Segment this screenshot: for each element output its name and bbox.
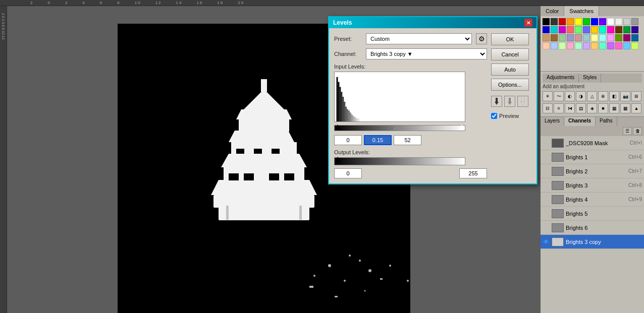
channels-delete-btn[interactable]: 🗑 [633,127,642,135]
swatch-cyan[interactable] [551,26,558,33]
channel-row-brights2[interactable]: Brights 2 Ctrl+7 [541,164,644,178]
channel-row-brights4[interactable]: Brights 4 Ctrl+9 [541,193,644,207]
gear-button[interactable]: ⚙ [476,33,487,44]
swatch-dark-blue[interactable] [543,26,550,33]
swatch-sage[interactable] [559,34,566,41]
swatch-light-green[interactable] [575,26,582,33]
swatch-seafoam[interactable] [575,42,582,49]
swatch-light-red[interactable] [567,26,574,33]
swatch-hot-pink[interactable] [615,42,622,49]
paths-tab[interactable]: Paths [596,117,617,126]
black-level-input[interactable] [334,135,362,145]
swatch-white[interactable] [607,18,614,25]
swatch-yellow[interactable] [575,18,582,25]
output-slider-track[interactable] [334,157,465,165]
swatch-pink[interactable] [607,26,614,33]
vibrance-adj-icon[interactable]: ◑ [576,91,586,101]
swatch-lavender[interactable] [607,34,614,41]
swatch-plum[interactable] [623,34,630,41]
channel-row-dsc9208[interactable]: _DSC9208 Mask Ctrl+\ [541,136,644,150]
swatch-azure[interactable] [623,42,630,49]
curves-adj-icon[interactable]: 〜 [554,91,564,101]
swatch-teal[interactable] [631,34,638,41]
cancel-button[interactable]: Cancel [491,48,529,60]
swatch-slate[interactable] [583,34,590,41]
pattern-icon[interactable]: ▩ [620,103,630,113]
adjustments-tab[interactable]: Adjustments [543,74,579,83]
swatch-turquoise[interactable] [599,42,606,49]
swatch-amber[interactable] [591,42,598,49]
swatch-lemon[interactable] [591,34,598,41]
colorbal-adj-icon[interactable]: ⊕ [598,91,608,101]
swatch-lime[interactable] [631,42,638,49]
threshold-adj-icon[interactable]: ⧒ [565,103,575,113]
swatch-purple[interactable] [599,18,606,25]
ok-button[interactable]: OK [491,33,529,45]
swatch-sky[interactable] [599,34,606,41]
swatch-olive[interactable] [615,34,622,41]
swatch-lilac[interactable] [583,42,590,49]
black-eyedropper-button[interactable] [491,96,502,107]
swatch-light-gray[interactable] [615,18,622,25]
swatch-aqua[interactable] [599,26,606,33]
channel-row-brights3copy[interactable]: 👁 Brights 3 copy [541,235,644,249]
channels-menu-btn[interactable]: ☰ [623,127,632,135]
exposure-adj-icon[interactable]: ◐ [565,91,575,101]
selective-color-icon[interactable]: ◈ [587,103,597,113]
channel-visibility-brights3copy[interactable]: 👁 [543,238,550,245]
channels-tab[interactable]: Channels [564,117,596,126]
swatch-cornflower[interactable] [551,42,558,49]
white-eyedropper-button[interactable] [517,96,528,107]
swatch-peach[interactable] [543,42,550,49]
channel-visibility-dsc9208[interactable] [543,140,550,147]
input-slider-track[interactable] [334,125,465,131]
swatch-blue[interactable] [591,18,598,25]
channel-row-brights1[interactable]: Brights 1 Ctrl+6 [541,150,644,164]
channel-mix-icon[interactable]: ⊞ [631,91,641,101]
swatch-tan[interactable] [543,34,550,41]
swatch-light-blue[interactable] [583,26,590,33]
gray-eyedropper-button[interactable] [504,96,515,107]
swatch-forest[interactable] [623,26,630,33]
channel-row-brights5[interactable]: Brights 5 [541,207,644,221]
channel-visibility-brights1[interactable] [543,154,550,161]
mid-level-input[interactable] [364,135,392,145]
options-button[interactable]: Options... [491,79,529,91]
brightness-adj-icon[interactable]: ☀ [543,91,553,101]
bw-adj-icon[interactable]: ◧ [609,91,619,101]
swatch-magenta[interactable] [559,26,566,33]
output-black-input[interactable] [334,168,362,178]
swatch-gold[interactable] [591,26,598,33]
black-point-handle[interactable] [335,124,341,130]
photo-adj-icon[interactable]: 📷 [620,91,630,101]
mid-point-handle[interactable] [393,124,399,130]
channel-row-brights3[interactable]: Brights 3 Ctrl+8 [541,178,644,193]
hsl-adj-icon[interactable]: △ [587,91,597,101]
swatch-brown[interactable] [615,26,622,33]
swatch-violet[interactable] [607,42,614,49]
layers-tab[interactable]: Layers [541,117,564,126]
swatch-black[interactable] [543,18,550,25]
gradient-fill-icon[interactable]: ▦ [609,103,619,113]
white-point-handle[interactable] [459,124,465,130]
channel-visibility-brights3[interactable] [543,182,550,189]
channel-visibility-brights4[interactable] [543,196,550,203]
swatch-blush[interactable] [567,42,574,49]
preset-select[interactable]: Custom [366,33,472,44]
output-black-handle[interactable] [335,157,341,162]
dialog-close-button[interactable]: ✕ [524,19,532,27]
swatch-dark-red[interactable] [559,18,566,25]
white-level-input[interactable] [394,135,421,145]
swatch-mint[interactable] [559,42,566,49]
swatch-sienna[interactable] [551,34,558,41]
posterize-adj-icon[interactable]: ≡ [554,103,564,113]
channel-row-brights6[interactable]: Brights 6 [541,221,644,235]
styles-tab[interactable]: Styles [579,74,601,83]
channel-select[interactable]: Brights 3 copy ▼ [366,48,487,59]
swatch-orange[interactable] [567,18,574,25]
auto-button[interactable]: Auto [491,64,529,76]
levels-adj-icon[interactable]: ▲ [631,103,641,113]
preview-checkbox[interactable] [491,113,497,119]
color-tab[interactable]: Color [541,6,564,16]
invert-adj-icon[interactable]: ⊟ [543,103,553,113]
